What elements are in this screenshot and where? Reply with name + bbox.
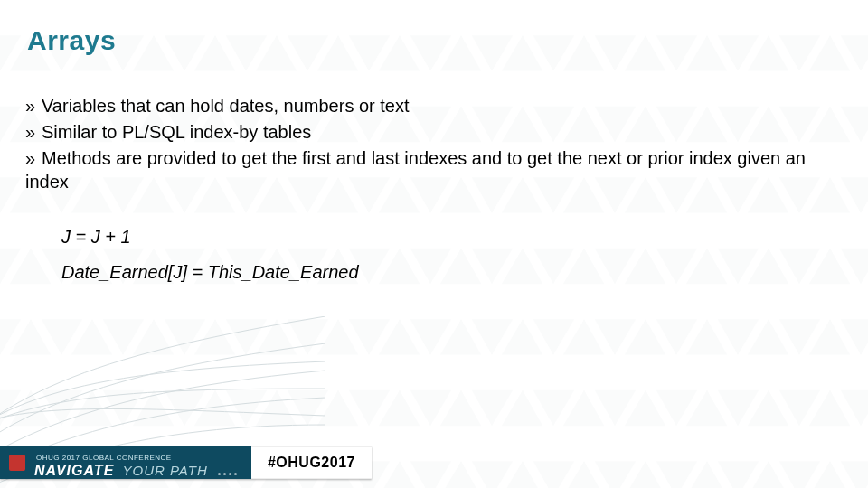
hashtag-chip: #OHUG2017 — [251, 446, 372, 479]
example-line: Date_Earned[J] = This_Date_Earned — [61, 260, 843, 285]
bullet-item: »Similar to PL/SQL index-by tables — [25, 120, 843, 145]
your-path-word: YOUR PATH — [122, 463, 207, 478]
slide: Arrays »Variables that can hold dates, n… — [0, 0, 868, 488]
bullet-marker-icon: » — [25, 120, 42, 145]
code-examples: J = J + 1 Date_Earned[J] = This_Date_Ear… — [61, 225, 843, 285]
example-line: J = J + 1 — [61, 225, 843, 249]
bullet-text: Methods are provided to get the first an… — [25, 148, 806, 192]
conference-line: OHUG 2017 GLOBAL CONFERENCE — [36, 455, 172, 462]
bullet-item: »Variables that can hold dates, numbers … — [25, 94, 843, 118]
slide-body: »Variables that can hold dates, numbers … — [25, 94, 843, 296]
slide-title: Arrays — [27, 25, 116, 56]
ohug-logo-icon — [9, 455, 25, 471]
footer-badge: OHUG 2017 GLOBAL CONFERENCE NAVIGATE YOU… — [0, 446, 372, 479]
bullet-marker-icon: » — [25, 94, 42, 118]
trailing-dots-icon — [218, 473, 237, 475]
bullet-item: »Methods are provided to get the first a… — [25, 146, 843, 195]
navigate-word: NAVIGATE — [34, 463, 114, 478]
bullet-marker-icon: » — [25, 146, 42, 171]
conference-badge: OHUG 2017 GLOBAL CONFERENCE NAVIGATE YOU… — [0, 446, 251, 479]
bullet-text: Similar to PL/SQL index-by tables — [42, 122, 311, 142]
bullet-text: Variables that can hold dates, numbers o… — [42, 96, 410, 116]
